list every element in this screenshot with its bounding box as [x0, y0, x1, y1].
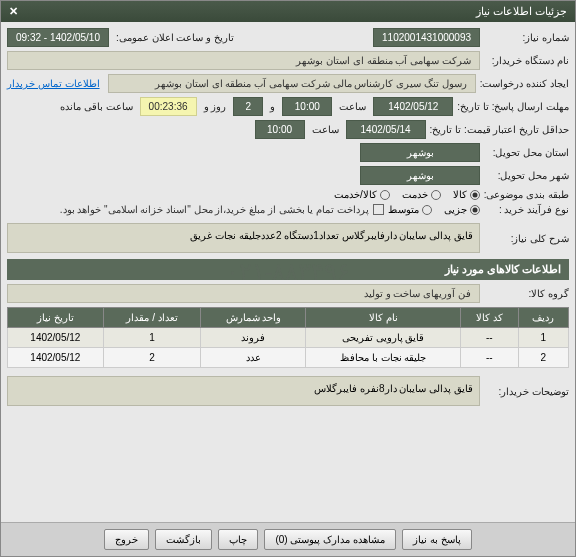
window-title: جزئیات اطلاعات نیاز: [476, 5, 567, 18]
th-unit: واحد شمارش: [201, 308, 306, 328]
table-row[interactable]: 1 -- قایق پارویی تفریحی فروند 1 1402/05/…: [8, 328, 569, 348]
radio-both[interactable]: کالا/خدمت: [334, 189, 390, 200]
title-bar: جزئیات اطلاعات نیاز ✕: [1, 1, 575, 22]
cell-qty: 2: [103, 348, 201, 368]
radio-service[interactable]: خدمت: [402, 189, 441, 200]
requester-label: ایجاد کننده درخواست:: [480, 78, 569, 89]
time-label-2: ساعت: [309, 124, 342, 135]
radio-medium[interactable]: متوسط: [388, 204, 432, 215]
cell-name: جلیقه نجات با محافظ: [306, 348, 460, 368]
cell-idx: 1: [518, 328, 568, 348]
exit-button[interactable]: خروج: [104, 529, 149, 550]
table-row[interactable]: 2 -- جلیقه نجات با محافظ عدد 2 1402/05/1…: [8, 348, 569, 368]
need-desc-box: قایق پدالی سایبان دارفایبرگلاس تعداد1دست…: [7, 223, 480, 253]
cell-code: --: [460, 348, 518, 368]
announce-label: تاریخ و ساعت اعلان عمومی:: [113, 32, 237, 43]
radio-dot-icon: [470, 205, 480, 215]
announce-datetime-field: 1402/05/10 - 09:32: [7, 28, 109, 47]
category-radio-group: کالا خدمت کالا/خدمت: [334, 189, 480, 200]
cell-idx: 2: [518, 348, 568, 368]
cell-date: 1402/05/12: [8, 348, 104, 368]
day-label: روز و: [201, 101, 230, 112]
cell-unit: عدد: [201, 348, 306, 368]
footer-toolbar: پاسخ به نیاز مشاهده مدارک پیوستی (0) چاپ…: [1, 522, 575, 556]
deadline-time-field: 10:00: [282, 97, 332, 116]
cell-name: قایق پارویی تفریحی: [306, 328, 460, 348]
cell-code: --: [460, 328, 518, 348]
process-note: پرداخت تمام یا بخشی از مبلغ خرید،از محل …: [60, 204, 369, 215]
province-field: بوشهر: [360, 143, 480, 162]
buyer-notes-box: قایق پدالی سایبان دار8نفره فایبرگلاس: [7, 376, 480, 406]
validity-time-field: 10:00: [255, 120, 305, 139]
requester-field: رسول تنگ سیری کارشناس مالی شرکت سهامی آب…: [108, 74, 476, 93]
attachments-button[interactable]: مشاهده مدارک پیوستی (0): [264, 529, 396, 550]
radio-partial-label: جزیی: [444, 204, 467, 215]
radio-partial[interactable]: جزیی: [444, 204, 480, 215]
deadline-label: مهلت ارسال پاسخ: تا تاریخ:: [457, 101, 569, 112]
remaining-time-field: 00:23:36: [140, 97, 197, 116]
radio-goods-label: کالا: [453, 189, 467, 200]
radio-medium-label: متوسط: [388, 204, 419, 215]
radio-both-label: کالا/خدمت: [334, 189, 377, 200]
buyer-notes-label: توضیحات خریدار:: [484, 386, 569, 397]
buyer-org-field: شرکت سهامی آب منطقه ای استان بوشهر: [7, 51, 480, 70]
validity-date-field: 1402/05/14: [346, 120, 426, 139]
radio-dot-icon: [470, 190, 480, 200]
category-label: طبقه بندی موضوعی:: [484, 189, 569, 200]
deadline-date-field: 1402/05/12: [373, 97, 453, 116]
province-label: استان محل تحویل:: [484, 147, 569, 158]
need-number-label: شماره نیاز:: [484, 32, 569, 43]
process-radio-group: جزیی متوسط: [388, 204, 480, 215]
remaining-label: ساعت باقی مانده: [57, 101, 136, 112]
th-qty: تعداد / مقدار: [103, 308, 201, 328]
radio-goods[interactable]: کالا: [453, 189, 480, 200]
radio-service-label: خدمت: [402, 189, 428, 200]
th-date: تاریخ نیاز: [8, 308, 104, 328]
th-name: نام کالا: [306, 308, 460, 328]
buyer-org-label: نام دستگاه خریدار:: [484, 55, 569, 66]
cell-qty: 1: [103, 328, 201, 348]
radio-dot-icon: [380, 190, 390, 200]
city-field: بوشهر: [360, 166, 480, 185]
radio-dot-icon: [422, 205, 432, 215]
print-button[interactable]: چاپ: [218, 529, 258, 550]
close-icon[interactable]: ✕: [9, 5, 18, 18]
and-label: و: [267, 101, 278, 112]
group-field: فن آوریهای ساخت و تولید: [7, 284, 480, 303]
th-idx: ردیف: [518, 308, 568, 328]
cell-unit: فروند: [201, 328, 306, 348]
need-desc-label: شرح کلی نیاز:: [484, 233, 569, 244]
group-label: گروه کالا:: [484, 288, 569, 299]
goods-table: ردیف کد کالا نام کالا واحد شمارش تعداد /…: [7, 307, 569, 368]
th-code: کد کالا: [460, 308, 518, 328]
time-label-1: ساعت: [336, 101, 369, 112]
treasury-checkbox[interactable]: [373, 204, 384, 215]
contact-info-link[interactable]: اطلاعات تماس خریدار: [7, 78, 100, 89]
respond-button[interactable]: پاسخ به نیاز: [402, 529, 472, 550]
days-field: 2: [233, 97, 263, 116]
process-label: نوع فرآیند خرید :: [484, 204, 569, 215]
goods-section-header: اطلاعات کالاهای مورد نیاز: [7, 259, 569, 280]
radio-dot-icon: [431, 190, 441, 200]
need-number-field: 1102001431000093: [373, 28, 480, 47]
cell-date: 1402/05/12: [8, 328, 104, 348]
validity-label: حداقل تاریخ اعتبار قیمت: تا تاریخ:: [430, 124, 569, 135]
city-label: شهر محل تحویل:: [484, 170, 569, 181]
back-button[interactable]: بازگشت: [155, 529, 212, 550]
